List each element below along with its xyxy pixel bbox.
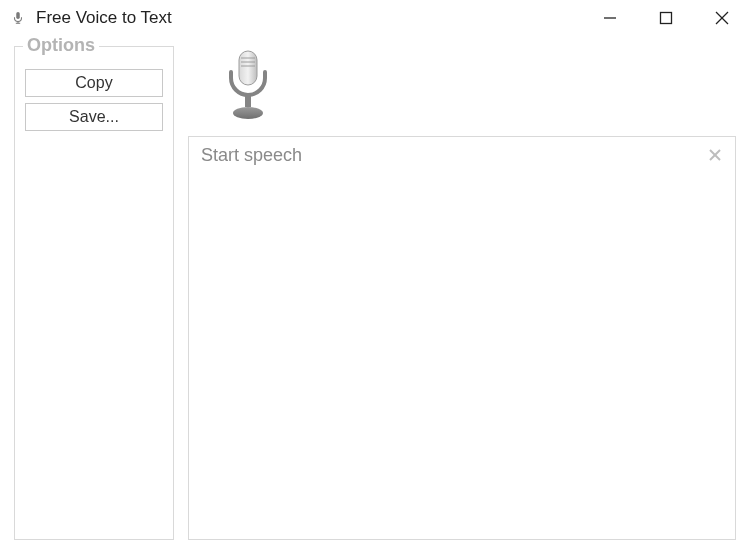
- minimize-icon: [603, 11, 617, 25]
- speech-placeholder: Start speech: [201, 145, 302, 165]
- clear-text-button[interactable]: [705, 145, 725, 165]
- save-button[interactable]: Save...: [25, 103, 163, 131]
- svg-point-12: [233, 107, 263, 119]
- window-controls: [582, 0, 750, 36]
- content-area: Options Copy Save...: [0, 36, 750, 558]
- microphone-icon[interactable]: [218, 48, 278, 123]
- svg-rect-7: [239, 51, 257, 85]
- svg-rect-0: [16, 12, 20, 19]
- close-icon: [707, 147, 723, 163]
- main-area: Start speech: [188, 46, 736, 540]
- microphone-button-area: [188, 46, 736, 136]
- maximize-button[interactable]: [638, 0, 694, 36]
- window-title: Free Voice to Text: [36, 8, 582, 28]
- app-icon: [10, 10, 26, 26]
- svg-rect-4: [661, 13, 672, 24]
- close-button[interactable]: [694, 0, 750, 36]
- copy-button[interactable]: Copy: [25, 69, 163, 97]
- svg-rect-11: [245, 95, 251, 107]
- minimize-button[interactable]: [582, 0, 638, 36]
- titlebar: Free Voice to Text: [0, 0, 750, 36]
- options-panel: Options Copy Save...: [14, 46, 174, 540]
- options-legend: Options: [23, 35, 99, 56]
- maximize-icon: [659, 11, 673, 25]
- speech-text-panel[interactable]: Start speech: [188, 136, 736, 540]
- close-icon: [714, 10, 730, 26]
- app-window: Free Voice to Text Options: [0, 0, 750, 558]
